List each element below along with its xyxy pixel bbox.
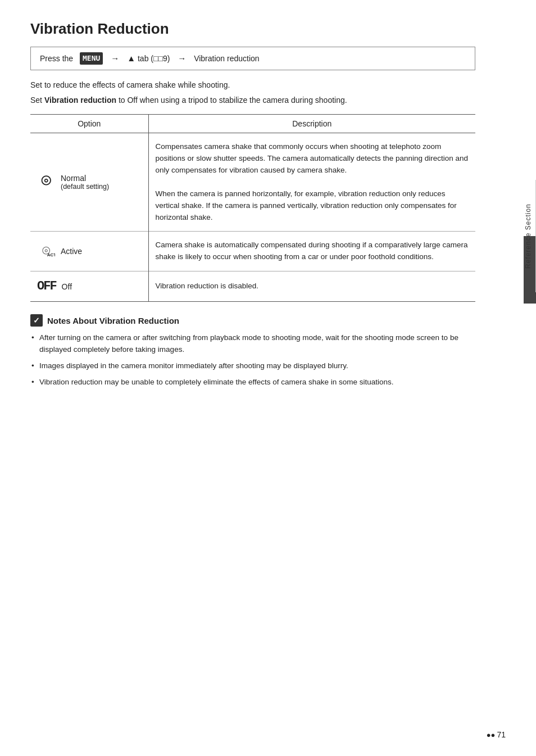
notes-icon: ✓ (30, 314, 43, 327)
nav-arrow2: → (178, 52, 186, 65)
sidebar-label: Reference Section (521, 180, 536, 292)
table-row: ⦾ Normal (default setting) Compensates c… (30, 133, 475, 232)
page-number: ●● 71 (487, 730, 506, 739)
option-cell-active: ⦾ ACT Active (30, 232, 148, 271)
desc-normal: Compensates camera shake that commonly o… (148, 133, 475, 232)
option-cell-normal: ⦾ Normal (default setting) (30, 133, 148, 232)
nav-box: Press the MENU → ▲ tab (□□9) → Vibration… (30, 47, 475, 70)
options-table: Option Description ⦾ (30, 114, 475, 302)
desc-off: Vibration reduction is disabled. (148, 271, 475, 302)
list-item: Images displayed in the camera monitor i… (30, 360, 475, 372)
intro-suffix: to Off when using a tripod to stabilize … (116, 96, 347, 105)
svg-text:ACT: ACT (47, 252, 55, 257)
col-header-desc: Description (148, 115, 475, 133)
nav-prefix: Press the (40, 52, 73, 65)
vr-active-icon: ⦾ ACT (37, 242, 55, 261)
intro-text-1: Set to reduce the effects of camera shak… (30, 79, 475, 91)
vr-normal-icon: ⦾ (37, 173, 55, 192)
col-header-option: Option (30, 115, 148, 133)
nav-arrow1: → (111, 52, 119, 65)
svg-text:⦾: ⦾ (41, 174, 51, 188)
page-num-icon: ●● (487, 731, 496, 739)
page-title: Vibration Reduction (30, 20, 475, 38)
notes-list: After turning on the camera or after swi… (30, 332, 475, 388)
menu-button-label: MENU (80, 52, 103, 65)
option-label-normal: Normal (default setting) (61, 174, 109, 191)
svg-text:✓: ✓ (33, 316, 40, 325)
nav-suffix: Vibration reduction (194, 52, 259, 65)
vr-off-icon: OFF (37, 279, 56, 293)
option-cell-off: OFF Off (30, 271, 148, 302)
option-label-active: Active (61, 247, 82, 256)
list-item: Vibration reduction may be unable to com… (30, 377, 475, 388)
notes-title: Notes About Vibration Reduction (47, 316, 179, 325)
option-label-off: Off (62, 282, 72, 291)
table-row: OFF Off Vibration reduction is disabled. (30, 271, 475, 302)
page-content: Vibration Reduction Press the MENU → ▲ t… (0, 0, 506, 413)
desc-active: Camera shake is automatically compensate… (148, 232, 475, 271)
table-row: ⦾ ACT Active Camera shake is automatical… (30, 232, 475, 271)
notes-section: ✓ Notes About Vibration Reduction After … (30, 314, 475, 388)
intro-text-2: Set Vibration reduction to Off when usin… (30, 94, 475, 106)
intro-bold-word: Vibration reduction (44, 96, 116, 105)
nav-tab-icon: ▲ (127, 52, 135, 65)
nav-tab-ref: tab (□□9) (138, 52, 170, 65)
notes-header: ✓ Notes About Vibration Reduction (30, 314, 475, 327)
list-item: After turning on the camera or after swi… (30, 332, 475, 356)
